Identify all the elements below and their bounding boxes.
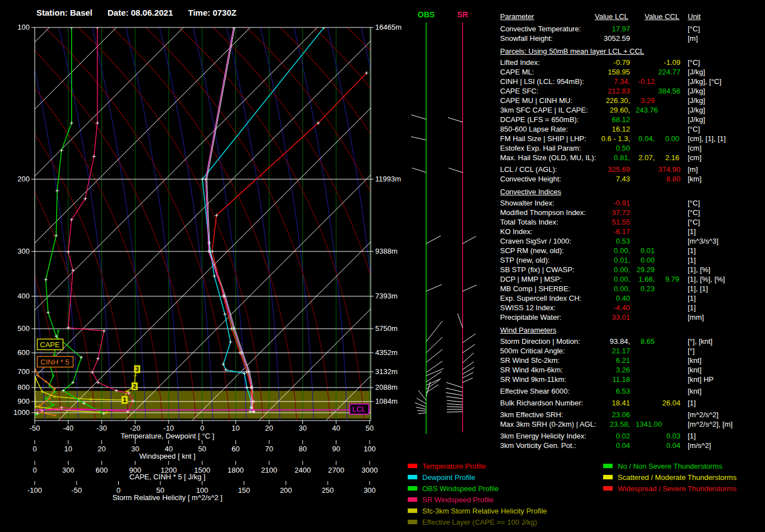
svg-text:0: 0 [32, 445, 36, 453]
svg-text:0: 0 [200, 424, 204, 432]
param-unit: [J/kg] [688, 67, 705, 77]
value-segment: 33.01 [500, 312, 630, 322]
value-segment: 29.29 [636, 265, 655, 274]
table-row: DCP | MMP | MSP:0.00,1.66,9.79[1], [%], … [500, 274, 763, 284]
value-segment: 6.53 [500, 386, 630, 396]
svg-text:1: 1 [123, 396, 126, 403]
cinh-box-label: CINH * 5 [40, 358, 69, 366]
legend-swatch-icon [408, 464, 417, 468]
legend-item: Widespread / Severe Thunderstorms [603, 483, 736, 494]
param-values-lcl: 21.17 [500, 346, 630, 356]
value-segment: 93.84, [500, 337, 630, 346]
dewpoint-line [200, 26, 325, 413]
svg-text:-30: -30 [96, 424, 107, 432]
value-segment: -6.17 [500, 227, 630, 236]
effective-layer-band [35, 391, 371, 419]
svg-text:-40: -40 [63, 424, 73, 432]
table-row: 850-600 Lapse Rate:16.12[°C] [500, 124, 763, 134]
value-segment: 68.12 [500, 115, 630, 124]
param-value-ccl: 26.04 [500, 398, 680, 408]
legend-item: SR Windspeed Profile [408, 494, 547, 505]
value-segment: 0.50 [500, 143, 630, 153]
svg-text:800: 800 [17, 383, 30, 391]
value-segment: 16.12 [500, 124, 630, 134]
height-label: 7393m [375, 292, 398, 300]
table-row: SB STP (fix) | CWASP:0.00,29.29[1], [%] [500, 265, 763, 274]
value-segment: 243.76 [636, 105, 658, 115]
severity-legend: No / Non Severe ThunderstormsScattered /… [603, 460, 736, 494]
param-values-lcl: 23.06 [500, 410, 630, 419]
param-values-lcl: 37.72 [500, 208, 630, 217]
svg-text:2100: 2100 [261, 466, 277, 474]
col-value-lcl: Value LCL [595, 12, 628, 21]
svg-text:700: 700 [17, 367, 30, 376]
value-segment: 0.00 [636, 255, 655, 265]
date-label: Date: 08.06.2021 [108, 8, 173, 17]
param-values-lcl: 0.6 - 1.3,0.04,0.00 [500, 134, 679, 143]
table-row: Storm Direction | Motion:93.84,8.65[°], … [500, 337, 763, 346]
sr-wind-barbs [446, 118, 477, 412]
value-segment: 0.00 [660, 134, 679, 143]
svg-text:100: 100 [17, 23, 30, 31]
svg-text:-100: -100 [27, 486, 42, 494]
value-segment: 0.00, [500, 265, 630, 274]
param-unit: [m/s^2] [688, 441, 711, 450]
value-segment: 0.00, [500, 274, 630, 284]
param-values-lcl: 7.34,-0.12 [500, 77, 655, 86]
legend-item: Dewpoint Profile [408, 472, 547, 483]
station-label: Station: Basel [36, 8, 92, 17]
svg-text:70: 70 [265, 445, 273, 453]
value-segment: 9.79 [660, 274, 679, 284]
legend-item: OBS Windspeed Profile [408, 483, 547, 494]
svg-text:40: 40 [332, 424, 340, 432]
param-unit: [°C] [688, 208, 700, 217]
value-segment: 0.53 [500, 236, 630, 246]
param-unit: [°C] [688, 58, 700, 67]
table-section-header: Wind Parameters [500, 325, 763, 337]
param-values-lcl: 226.30,3.29 [500, 96, 655, 105]
value-segment: 0.00, [500, 284, 630, 293]
table-row: DCAPE (LFS = 650mB):68.12[J/kg] [500, 115, 763, 124]
value-segment: 37.72 [500, 208, 630, 217]
table-row: SR Wind 9km-11km:11.18[knt] HP [500, 375, 763, 384]
svg-text:250: 250 [321, 486, 334, 494]
height-label: 2088m [375, 383, 398, 391]
svg-text:300: 300 [62, 466, 74, 474]
param-unit: [°] [688, 346, 694, 356]
table-row: SR Wind Sfc-2km:6.21[knt] [500, 356, 763, 365]
table-row: 3km Vorticity Gen. Pot.:0.040.04[m/s^2] [500, 441, 763, 450]
height-label: 3132m [375, 367, 398, 376]
legend-label: OBS Windspeed Profile [422, 484, 499, 493]
table-row: Lifted Index:-0.79-1.09[°C] [500, 58, 763, 67]
svg-text:200: 200 [17, 175, 30, 183]
plot-title: Station: Basel Date: 08.06.2021 Time: 07… [36, 8, 236, 17]
param-values-lcl: 3052.59 [500, 34, 630, 43]
value-segment: 3052.59 [500, 34, 630, 43]
value-segment: 2.16 [660, 153, 679, 162]
value-segment: 7.34, [500, 77, 630, 86]
param-value-ccl: 384.56 [500, 86, 680, 96]
legend-swatch-icon [603, 486, 613, 491]
svg-text:3000: 3000 [362, 466, 378, 474]
height-label: 11993m [375, 175, 401, 183]
legend-swatch-icon [603, 464, 613, 468]
param-value-ccl: 224.77 [500, 67, 680, 77]
svg-text:2: 2 [133, 383, 136, 390]
table-row: Snowfall Height:3052.59[m] [500, 34, 763, 43]
obs-wind-barbs [411, 115, 444, 414]
value-segment: 51.55 [500, 217, 630, 227]
svg-text:900: 900 [17, 397, 30, 405]
windspeed-axis: 0102030405060708090100Windspeed [ knt ] [32, 440, 375, 460]
param-unit: [knt] [688, 365, 702, 375]
table-row: LCL / CCL (AGL):325.69374.90[m] [500, 165, 763, 174]
param-values-lcl: 3.26 [500, 365, 630, 375]
table-row: Max 3km SRH (0-2km) | AGL:23.58,1341.00[… [500, 419, 763, 429]
svg-text:-20: -20 [130, 424, 141, 432]
svg-text:80: 80 [298, 445, 306, 453]
param-unit: [mm] [688, 312, 704, 322]
table-row: Exp. Supercell Index CH:0.40[1] [500, 293, 763, 303]
temperature-axis: -50-40-30-20-1001020304050Temperature, D… [30, 421, 374, 440]
svg-text:200: 200 [280, 486, 292, 494]
value-segment: 11.18 [500, 375, 630, 384]
svg-text:10: 10 [64, 445, 72, 453]
